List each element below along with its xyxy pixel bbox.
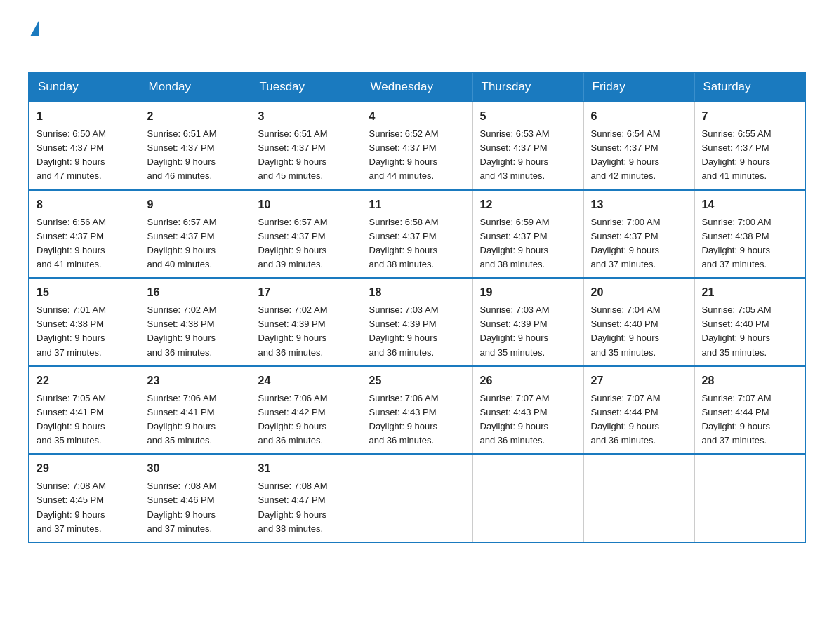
day-info: Sunrise: 7:07 AMSunset: 4:44 PMDaylight:… [702,391,798,448]
day-info: Sunrise: 7:07 AMSunset: 4:44 PMDaylight:… [591,391,687,448]
day-number: 24 [258,373,355,389]
calendar-week-row: 29Sunrise: 7:08 AMSunset: 4:45 PMDayligh… [29,454,805,542]
calendar-day-cell: 23Sunrise: 7:06 AMSunset: 4:41 PMDayligh… [140,366,251,455]
calendar-day-cell: 9Sunrise: 6:57 AMSunset: 4:37 PMDaylight… [140,190,251,279]
calendar-day-cell: 25Sunrise: 7:06 AMSunset: 4:43 PMDayligh… [362,366,472,455]
calendar-day-cell: 6Sunrise: 6:54 AMSunset: 4:37 PMDaylight… [583,102,694,190]
day-info: Sunrise: 6:51 AMSunset: 4:37 PMDaylight:… [258,127,355,184]
calendar-day-cell: 15Sunrise: 7:01 AMSunset: 4:38 PMDayligh… [29,278,140,366]
day-info: Sunrise: 6:55 AMSunset: 4:37 PMDaylight:… [702,127,798,184]
calendar-day-cell: 31Sunrise: 7:08 AMSunset: 4:47 PMDayligh… [251,454,362,542]
calendar-day-cell: 11Sunrise: 6:58 AMSunset: 4:37 PMDayligh… [362,190,472,279]
calendar-day-cell: 30Sunrise: 7:08 AMSunset: 4:46 PMDayligh… [140,454,251,542]
day-header-thursday: Thursday [472,72,583,102]
day-number: 7 [702,108,798,125]
logo-triangle-icon [30,21,39,36]
day-info: Sunrise: 6:52 AMSunset: 4:37 PMDaylight:… [369,127,465,184]
day-number: 14 [702,196,798,213]
calendar-day-cell: 13Sunrise: 7:00 AMSunset: 4:37 PMDayligh… [583,190,694,279]
day-info: Sunrise: 6:57 AMSunset: 4:37 PMDaylight:… [258,215,355,272]
calendar-day-cell: 21Sunrise: 7:05 AMSunset: 4:40 PMDayligh… [694,278,805,366]
day-number: 25 [369,373,465,389]
day-number: 19 [480,284,576,301]
day-info: Sunrise: 6:59 AMSunset: 4:37 PMDaylight:… [480,215,576,272]
day-info: Sunrise: 6:58 AMSunset: 4:37 PMDaylight:… [369,215,465,272]
day-number: 9 [147,196,244,213]
calendar-day-cell: 24Sunrise: 7:06 AMSunset: 4:42 PMDayligh… [251,366,362,455]
day-header-saturday: Saturday [694,72,805,102]
day-info: Sunrise: 6:54 AMSunset: 4:37 PMDaylight:… [591,127,687,184]
calendar-day-cell: 2Sunrise: 6:51 AMSunset: 4:37 PMDaylight… [140,102,251,190]
calendar-day-cell: 12Sunrise: 6:59 AMSunset: 4:37 PMDayligh… [472,190,583,279]
calendar-week-row: 15Sunrise: 7:01 AMSunset: 4:38 PMDayligh… [29,278,805,366]
day-info: Sunrise: 7:08 AMSunset: 4:47 PMDaylight:… [258,479,355,536]
calendar-day-cell: 10Sunrise: 6:57 AMSunset: 4:37 PMDayligh… [251,190,362,279]
calendar-week-row: 8Sunrise: 6:56 AMSunset: 4:37 PMDaylight… [29,190,805,279]
day-number: 28 [702,373,798,389]
day-info: Sunrise: 7:06 AMSunset: 4:43 PMDaylight:… [369,391,465,448]
day-number: 12 [480,196,576,213]
day-number: 6 [591,108,687,125]
calendar-day-cell [362,454,472,542]
day-info: Sunrise: 7:07 AMSunset: 4:43 PMDaylight:… [480,391,576,448]
calendar-day-cell: 29Sunrise: 7:08 AMSunset: 4:45 PMDayligh… [29,454,140,542]
calendar-day-cell [583,454,694,542]
calendar-day-cell [472,454,583,542]
day-info: Sunrise: 7:08 AMSunset: 4:46 PMDaylight:… [147,479,244,536]
page-header [28,21,806,58]
calendar-table: SundayMondayTuesdayWednesdayThursdayFrid… [28,72,806,543]
calendar-day-cell: 18Sunrise: 7:03 AMSunset: 4:39 PMDayligh… [362,278,472,366]
day-info: Sunrise: 7:02 AMSunset: 4:39 PMDaylight:… [258,303,355,360]
day-number: 13 [591,196,687,213]
day-number: 10 [258,196,355,213]
day-info: Sunrise: 6:51 AMSunset: 4:37 PMDaylight:… [147,127,244,184]
day-number: 4 [369,108,465,125]
day-info: Sunrise: 7:05 AMSunset: 4:40 PMDaylight:… [702,303,798,360]
logo-blue-text [28,35,29,58]
day-info: Sunrise: 7:06 AMSunset: 4:42 PMDaylight:… [258,391,355,448]
calendar-week-row: 1Sunrise: 6:50 AMSunset: 4:37 PMDaylight… [29,102,805,190]
day-header-sunday: Sunday [29,72,140,102]
day-info: Sunrise: 7:03 AMSunset: 4:39 PMDaylight:… [480,303,576,360]
calendar-day-cell: 16Sunrise: 7:02 AMSunset: 4:38 PMDayligh… [140,278,251,366]
day-number: 26 [480,373,576,389]
day-number: 22 [37,373,133,389]
day-number: 30 [147,460,244,477]
day-number: 11 [369,196,465,213]
day-info: Sunrise: 7:05 AMSunset: 4:41 PMDaylight:… [37,391,133,448]
day-header-wednesday: Wednesday [362,72,472,102]
calendar-day-cell: 1Sunrise: 6:50 AMSunset: 4:37 PMDaylight… [29,102,140,190]
day-info: Sunrise: 6:50 AMSunset: 4:37 PMDaylight:… [37,127,133,184]
day-number: 17 [258,284,355,301]
calendar-day-cell: 14Sunrise: 7:00 AMSunset: 4:38 PMDayligh… [694,190,805,279]
calendar-day-cell: 3Sunrise: 6:51 AMSunset: 4:37 PMDaylight… [251,102,362,190]
calendar-day-cell: 22Sunrise: 7:05 AMSunset: 4:41 PMDayligh… [29,366,140,455]
day-number: 20 [591,284,687,301]
calendar-day-cell [694,454,805,542]
day-info: Sunrise: 7:02 AMSunset: 4:38 PMDaylight:… [147,303,244,360]
calendar-day-cell: 7Sunrise: 6:55 AMSunset: 4:37 PMDaylight… [694,102,805,190]
day-info: Sunrise: 6:56 AMSunset: 4:37 PMDaylight:… [37,215,133,272]
calendar-day-cell: 26Sunrise: 7:07 AMSunset: 4:43 PMDayligh… [472,366,583,455]
day-info: Sunrise: 6:57 AMSunset: 4:37 PMDaylight:… [147,215,244,272]
calendar-day-cell: 4Sunrise: 6:52 AMSunset: 4:37 PMDaylight… [362,102,472,190]
day-header-monday: Monday [140,72,251,102]
day-info: Sunrise: 7:04 AMSunset: 4:40 PMDaylight:… [591,303,687,360]
day-number: 27 [591,373,687,389]
day-info: Sunrise: 6:53 AMSunset: 4:37 PMDaylight:… [480,127,576,184]
day-number: 18 [369,284,465,301]
day-header-friday: Friday [583,72,694,102]
day-number: 29 [37,460,133,477]
day-number: 1 [37,108,133,125]
day-number: 16 [147,284,244,301]
day-info: Sunrise: 7:06 AMSunset: 4:41 PMDaylight:… [147,391,244,448]
calendar-week-row: 22Sunrise: 7:05 AMSunset: 4:41 PMDayligh… [29,366,805,455]
day-number: 15 [37,284,133,301]
day-number: 21 [702,284,798,301]
calendar-header-row: SundayMondayTuesdayWednesdayThursdayFrid… [29,72,805,102]
calendar-day-cell: 20Sunrise: 7:04 AMSunset: 4:40 PMDayligh… [583,278,694,366]
day-info: Sunrise: 7:08 AMSunset: 4:45 PMDaylight:… [37,479,133,536]
day-info: Sunrise: 7:01 AMSunset: 4:38 PMDaylight:… [37,303,133,360]
calendar-day-cell: 17Sunrise: 7:02 AMSunset: 4:39 PMDayligh… [251,278,362,366]
calendar-day-cell: 5Sunrise: 6:53 AMSunset: 4:37 PMDaylight… [472,102,583,190]
